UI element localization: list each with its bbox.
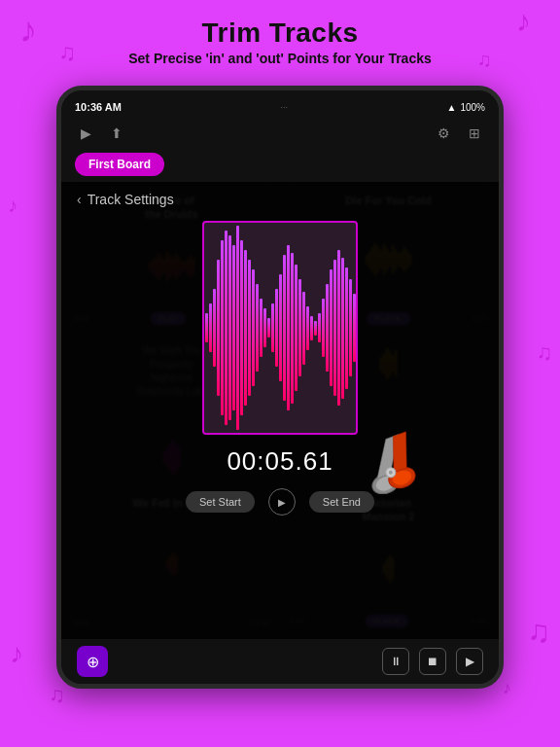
add-icon: ⊕ bbox=[87, 653, 99, 671]
big-waveform-container bbox=[202, 221, 358, 435]
add-track-button[interactable]: ⊕ bbox=[77, 646, 108, 677]
battery-icon: 100% bbox=[460, 102, 485, 113]
track-timestamp: 00:05.61 bbox=[227, 446, 332, 477]
stop-button[interactable]: ⏹ bbox=[419, 648, 446, 675]
settings-controls: Set Start ▶ Set End bbox=[186, 488, 374, 516]
first-board-button[interactable]: First Board bbox=[75, 153, 164, 176]
header-section: Trim Tracks Set Precise 'in' and 'out' P… bbox=[0, 0, 560, 76]
bottom-bar: ⊕ ⏸ ⏹ ▶ bbox=[61, 639, 499, 684]
scissors-icon bbox=[358, 421, 440, 494]
page-title: Trim Tracks bbox=[0, 18, 560, 49]
ipad-frame: 10:36 AM ··· ▲ 100% ▶ ⬆ ⚙ ⊞ First Board bbox=[56, 86, 504, 689]
board-header: First Board bbox=[61, 149, 499, 182]
settings-toolbar-icon[interactable]: ⚙ bbox=[433, 123, 454, 144]
track-settings-title: Track Settings bbox=[88, 192, 174, 207]
status-icons: ▲ 100% bbox=[447, 102, 485, 113]
play-toolbar-icon[interactable]: ▶ bbox=[75, 123, 96, 144]
share-toolbar-icon[interactable]: ⬆ bbox=[106, 123, 127, 144]
play-button[interactable]: ▶ bbox=[456, 648, 483, 675]
pause-button[interactable]: ⏸ bbox=[382, 648, 409, 675]
playback-controls: ⏸ ⏹ ▶ bbox=[382, 648, 483, 675]
scissors-decoration bbox=[358, 421, 440, 498]
wifi-icon: ▲ bbox=[447, 102, 457, 113]
main-content: Dance ofthe Druids 0:00 PLAY -22:20 Die … bbox=[61, 182, 499, 639]
status-camera-notch: ··· bbox=[255, 102, 313, 112]
more-toolbar-icon[interactable]: ⊞ bbox=[464, 123, 485, 144]
set-start-button[interactable]: Set Start bbox=[186, 491, 255, 513]
status-time: 10:36 AM bbox=[75, 101, 122, 113]
track-settings-header: ‹ Track Settings bbox=[61, 182, 499, 217]
ipad-screen: 10:36 AM ··· ▲ 100% ▶ ⬆ ⚙ ⊞ First Board bbox=[61, 90, 499, 684]
play-circle-button[interactable]: ▶ bbox=[268, 488, 296, 516]
page-subtitle: Set Precise 'in' and 'out' Points for Yo… bbox=[0, 51, 560, 66]
toolbar-right: ⚙ ⊞ bbox=[433, 123, 485, 144]
toolbar: ▶ ⬆ ⚙ ⊞ bbox=[61, 118, 499, 149]
toolbar-left: ▶ ⬆ bbox=[75, 123, 127, 144]
back-arrow-icon[interactable]: ‹ bbox=[77, 192, 82, 207]
status-bar: 10:36 AM ··· ▲ 100% bbox=[61, 90, 499, 118]
track-settings-overlay: ‹ Track Settings bbox=[61, 182, 499, 639]
